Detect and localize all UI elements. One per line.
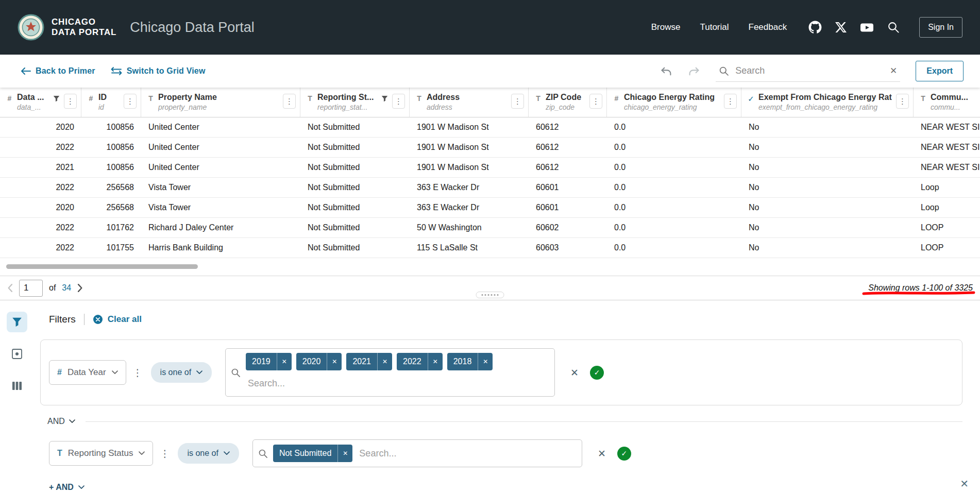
table-cell[interactable]: No (741, 183, 914, 192)
column-header-exempt_from_chicago_energy_rating[interactable]: ✓Exempt From Chicago Energy Ratingexempt… (741, 88, 914, 117)
prev-page-icon[interactable] (7, 284, 13, 292)
remove-condition-icon[interactable]: ✕ (598, 449, 606, 458)
column-header-address[interactable]: TAddressaddress⋮ (410, 88, 529, 117)
column-menu-kebab[interactable]: ⋮ (511, 94, 524, 109)
table-cell[interactable]: 100856 (81, 123, 141, 132)
table-cell[interactable]: Harris Bank Building (141, 243, 300, 252)
table-cell[interactable]: 60602 (529, 223, 607, 232)
table-cell[interactable]: Not Submitted (300, 223, 410, 232)
table-cell[interactable]: Not Submitted (300, 243, 410, 252)
table-cell[interactable]: NEAR WEST SIDE (914, 123, 980, 132)
table-cell[interactable]: 2021 (0, 163, 81, 172)
redo-button[interactable] (688, 66, 700, 77)
table-cell[interactable]: 0.0 (607, 203, 741, 212)
table-cell[interactable]: 363 E Wacker Dr (410, 203, 529, 212)
nav-tutorial[interactable]: Tutorial (700, 22, 729, 32)
table-cell[interactable]: Loop (914, 203, 980, 212)
table-cell[interactable]: No (741, 123, 914, 132)
table-cell[interactable]: 60612 (529, 143, 607, 152)
close-panel-icon[interactable]: ✕ (960, 479, 969, 489)
table-cell[interactable]: 1901 W Madison St (410, 123, 529, 132)
table-cell[interactable]: Not Submitted (300, 143, 410, 152)
table-cell[interactable]: 115 S LaSalle St (410, 243, 529, 252)
filter-options-kebab[interactable]: ⋮ (160, 449, 170, 458)
column-header-reporting_stat[interactable]: TReporting St...reporting_stat...⋮ (300, 88, 410, 117)
table-cell[interactable]: 2022 (0, 223, 81, 232)
next-page-icon[interactable] (77, 284, 83, 292)
table-cell[interactable]: 2022 (0, 183, 81, 192)
filter-operator-select[interactable]: is one of (151, 362, 212, 383)
panel-resize-handle[interactable] (476, 292, 504, 298)
table-cell[interactable]: 256568 (81, 203, 141, 212)
remove-value-icon[interactable]: ✕ (377, 353, 392, 370)
column-header-data[interactable]: #Data ...data_...⋮ (0, 88, 81, 117)
table-cell[interactable]: 2022 (0, 143, 81, 152)
table-cell[interactable]: No (741, 143, 914, 152)
table-cell[interactable]: Not Submitted (300, 203, 410, 212)
table-cell[interactable]: No (741, 223, 914, 232)
table-cell[interactable]: 101755 (81, 243, 141, 252)
table-cell[interactable]: United Center (141, 163, 300, 172)
page-number-input[interactable] (19, 280, 43, 297)
column-header-chicago_energy_rating[interactable]: #Chicago Energy Ratingchicago_energy_rat… (607, 88, 741, 117)
table-cell[interactable]: 0.0 (607, 163, 741, 172)
table-cell[interactable]: NEAR WEST SIDE (914, 143, 980, 152)
back-to-primer-link[interactable]: Back to Primer (21, 66, 95, 76)
search-input[interactable] (735, 65, 884, 76)
rail-display-button[interactable] (7, 344, 27, 364)
filter-search-input[interactable] (357, 445, 577, 462)
column-menu-kebab[interactable]: ⋮ (589, 94, 602, 109)
column-header-id[interactable]: #IDid⋮ (81, 88, 141, 117)
column-menu-kebab[interactable]: ⋮ (392, 94, 405, 109)
export-button[interactable]: Export (916, 61, 964, 81)
table-cell[interactable]: United Center (141, 123, 300, 132)
filter-column-select[interactable]: #Data Year (49, 360, 126, 385)
table-cell[interactable]: No (741, 243, 914, 252)
add-condition-button[interactable]: + AND (49, 483, 85, 492)
rail-columns-button[interactable] (7, 376, 27, 396)
column-menu-kebab[interactable]: ⋮ (64, 94, 77, 109)
filter-operator-select[interactable]: is one of (178, 443, 239, 464)
remove-value-icon[interactable]: ✕ (478, 353, 493, 370)
table-cell[interactable]: 2020 (0, 123, 81, 132)
column-menu-kebab[interactable]: ⋮ (896, 94, 909, 109)
table-cell[interactable]: 1901 W Madison St (410, 143, 529, 152)
table-cell[interactable]: 60612 (529, 123, 607, 132)
table-cell[interactable]: No (741, 163, 914, 172)
table-cell[interactable]: Richard J Daley Center (141, 223, 300, 232)
column-menu-kebab[interactable]: ⋮ (124, 94, 137, 109)
table-cell[interactable]: 60603 (529, 243, 607, 252)
filter-column-select[interactable]: TReporting Status (49, 441, 153, 466)
table-cell[interactable]: 60601 (529, 183, 607, 192)
rail-filters-button[interactable] (7, 312, 27, 332)
undo-button[interactable] (660, 66, 672, 77)
table-cell[interactable]: 100856 (81, 143, 141, 152)
table-cell[interactable]: 0.0 (607, 243, 741, 252)
table-cell[interactable]: 100856 (81, 163, 141, 172)
table-cell[interactable]: 2020 (0, 203, 81, 212)
filter-options-kebab[interactable]: ⋮ (133, 368, 143, 378)
remove-value-icon[interactable]: ✕ (428, 353, 443, 370)
portal-logo[interactable]: CHICAGO DATA PORTAL (18, 14, 116, 41)
column-header-property_name[interactable]: TProperty Nameproperty_name⋮ (141, 88, 300, 117)
table-cell[interactable]: LOOP (914, 223, 980, 232)
table-cell[interactable]: Not Submitted (300, 163, 410, 172)
switch-grid-view-link[interactable]: Switch to Grid View (111, 66, 206, 76)
table-cell[interactable]: 363 E Wacker Dr (410, 183, 529, 192)
table-cell[interactable]: 1901 W Madison St (410, 163, 529, 172)
table-cell[interactable]: Not Submitted (300, 183, 410, 192)
table-cell[interactable]: Vista Tower (141, 203, 300, 212)
x-social-icon[interactable] (835, 22, 847, 33)
github-icon[interactable] (808, 21, 822, 34)
table-cell[interactable]: 60612 (529, 163, 607, 172)
table-cell[interactable]: 0.0 (607, 123, 741, 132)
table-cell[interactable]: 0.0 (607, 223, 741, 232)
youtube-icon[interactable] (860, 21, 874, 33)
remove-value-icon[interactable]: ✕ (337, 445, 352, 462)
table-cell[interactable]: No (741, 203, 914, 212)
column-header-commu[interactable]: TCommu...commu...⋮ (914, 88, 980, 117)
condition-enabled-toggle[interactable]: ✓ (617, 447, 631, 461)
table-cell[interactable]: Loop (914, 183, 980, 192)
table-cell[interactable]: 50 W Washington (410, 223, 529, 232)
nav-feedback[interactable]: Feedback (749, 22, 787, 32)
